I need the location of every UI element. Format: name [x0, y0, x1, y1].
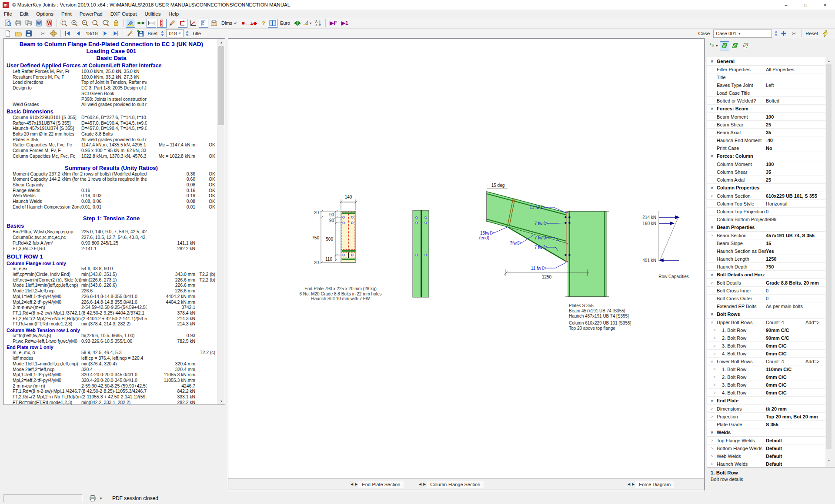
scroll-down-icon[interactable]: ▼ — [825, 457, 832, 464]
dropdown-arrow-icon[interactable]: ▾ — [309, 21, 313, 25]
expand-icon[interactable]: > — [707, 454, 717, 458]
property-value[interactable]: 35 — [766, 130, 825, 135]
property-section-header[interactable]: ∨Column Properties — [707, 184, 825, 192]
property-value[interactable]: Yes — [766, 249, 825, 254]
expand-icon[interactable]: > — [707, 391, 722, 395]
property-row[interactable]: Extended EP BoltsAs per main bolts — [707, 302, 825, 310]
case-combo[interactable]: Case 001▾ — [713, 30, 772, 38]
property-row[interactable]: Eaves Type JointLeft — [707, 81, 825, 89]
property-value[interactable]: 457x191 UB 74, S 355 — [766, 233, 825, 238]
split-view-toggle-button[interactable] — [268, 19, 277, 28]
property-row[interactable]: Column Axial25 — [707, 176, 825, 184]
open-button[interactable] — [13, 29, 23, 38]
property-row[interactable]: Column Top Projection0 — [707, 208, 825, 216]
property-section-header[interactable]: ∨Bolt Details and Horz C/C — [707, 271, 825, 279]
angle-toggle-button[interactable] — [188, 19, 198, 28]
add-row-link[interactable]: Add=> — [805, 359, 825, 364]
property-row[interactable]: >3. Bolt Row0mm C/C — [707, 381, 825, 389]
chevron-down-icon[interactable]: ∨ — [707, 430, 717, 434]
scroll-down-icon[interactable]: ▼ — [218, 398, 225, 405]
euro-toggle[interactable]: Euro — [278, 20, 292, 26]
number-spinner[interactable] — [185, 29, 190, 37]
dropdown-arrow-icon[interactable]: ▾ — [715, 44, 719, 48]
menu-options[interactable]: Options — [32, 10, 57, 18]
record-position[interactable]: 18/18 — [84, 31, 100, 36]
property-value[interactable]: Top 20 mm, Bot 20 mm — [766, 414, 825, 419]
property-section-header[interactable]: ∨Welds — [707, 428, 825, 437]
export-save-button[interactable] — [136, 29, 145, 38]
property-value[interactable]: tk 20 mm — [766, 406, 825, 411]
cut-button[interactable]: ✂ — [38, 29, 48, 38]
joint-type-outline-button[interactable] — [741, 41, 750, 50]
menu-powerpad[interactable]: PowerPad — [76, 10, 107, 18]
title-label[interactable]: Title — [190, 31, 203, 36]
menu-file[interactable]: File — [0, 10, 16, 18]
property-row[interactable]: Plate GradeS 355 — [707, 421, 825, 428]
property-value[interactable]: All Properties — [766, 67, 825, 72]
word-export-button[interactable]: W — [34, 19, 44, 28]
menu-help[interactable]: Help — [165, 10, 183, 18]
member-toggle-button[interactable] — [136, 19, 146, 28]
cut-case-button[interactable]: ✂ — [789, 29, 799, 38]
expand-icon[interactable]: > — [707, 281, 717, 285]
tab-prev-icon[interactable]: ◀ — [627, 482, 631, 486]
expand-icon[interactable]: > — [707, 383, 722, 387]
property-row[interactable]: >4. Bolt Row0mm C/C — [707, 350, 825, 358]
property-row[interactable]: >1. Bolt Row110mm C/C — [707, 365, 825, 373]
joint-type-pencil-button[interactable] — [730, 41, 740, 50]
grid-scrollbar[interactable]: ▲ ▼ — [825, 57, 832, 464]
add-bolt-row-button[interactable]: ▾ — [709, 41, 719, 50]
print-preview-button[interactable] — [3, 19, 13, 28]
expand-icon[interactable]: > — [707, 407, 717, 411]
chevron-down-icon[interactable]: ∨ — [707, 106, 717, 111]
weld-markers[interactable]: ■←▵◆ — [240, 20, 260, 26]
property-row[interactable]: Haunch Section as BeaYes — [707, 247, 825, 255]
property-row[interactable]: ∨Upper Bolt RowsCount: 4Add=> — [707, 318, 825, 326]
moment-toggle-button[interactable] — [178, 19, 187, 28]
property-row[interactable]: Title — [707, 73, 825, 81]
chevron-down-icon[interactable]: ∨ — [707, 398, 717, 403]
help-button[interactable]: ? — [260, 20, 267, 27]
property-row[interactable]: >2. Bolt Row90mm C/C — [707, 334, 825, 342]
tab-next-icon[interactable]: ▶ — [354, 482, 358, 486]
property-row[interactable]: Beam Shear25 — [707, 121, 825, 129]
property-row[interactable]: Bolted or Welded?Bolted — [707, 97, 825, 105]
add-button[interactable] — [49, 29, 58, 38]
prev-record-button[interactable] — [73, 29, 83, 38]
property-section-header[interactable]: ∨General — [707, 57, 825, 66]
property-value[interactable]: 0mm C/C — [766, 375, 825, 380]
property-value[interactable]: 110mm C/C — [766, 367, 825, 372]
sketch-button[interactable] — [167, 19, 177, 28]
case-spinner[interactable] — [773, 30, 778, 38]
property-value[interactable]: 25 — [766, 177, 825, 182]
property-section-header[interactable]: ∨Bolt Rows — [707, 310, 825, 318]
chevron-down-icon[interactable]: ∨ — [707, 225, 717, 229]
property-value[interactable]: Count: 4 — [766, 359, 805, 364]
zoom-window-button[interactable] — [90, 19, 100, 28]
minimize-button[interactable]: – — [776, 0, 796, 10]
property-row[interactable]: Beam Slope15 — [707, 239, 825, 247]
maximize-button[interactable]: □ — [796, 0, 815, 10]
property-value[interactable]: Left — [766, 83, 825, 88]
property-value[interactable]: Default — [766, 438, 825, 443]
close-button[interactable]: ✕ — [815, 0, 835, 10]
wand-button[interactable] — [125, 29, 135, 38]
property-row[interactable]: Load Case Title — [707, 89, 825, 97]
code-book-button[interactable] — [293, 19, 302, 28]
recalculate-button[interactable] — [821, 29, 830, 38]
property-value[interactable]: 0mm C/C — [766, 390, 825, 395]
property-value[interactable]: 0 — [766, 296, 825, 301]
tab-next-icon[interactable]: ▶ — [422, 482, 427, 486]
property-value[interactable]: Grade 8.8 Bolts, 20 mm — [766, 280, 825, 285]
bolt-force-toggle-button[interactable] — [199, 19, 208, 28]
next-record-button[interactable] — [100, 29, 110, 38]
dimensions-toggle-button[interactable] — [147, 19, 156, 28]
property-row[interactable]: Beam Axial35 — [707, 129, 825, 136]
property-value[interactable]: 9999 — [766, 217, 825, 222]
menu-print[interactable]: Print — [57, 10, 76, 18]
property-row[interactable]: Filter PropertiesAll Properties — [707, 66, 825, 73]
add-row-link[interactable]: Add=> — [805, 320, 825, 325]
number-combo[interactable]: 018▾ — [166, 29, 183, 37]
property-value[interactable]: As per main bolts — [766, 304, 825, 309]
property-value[interactable]: 0mm C/C — [766, 343, 825, 348]
